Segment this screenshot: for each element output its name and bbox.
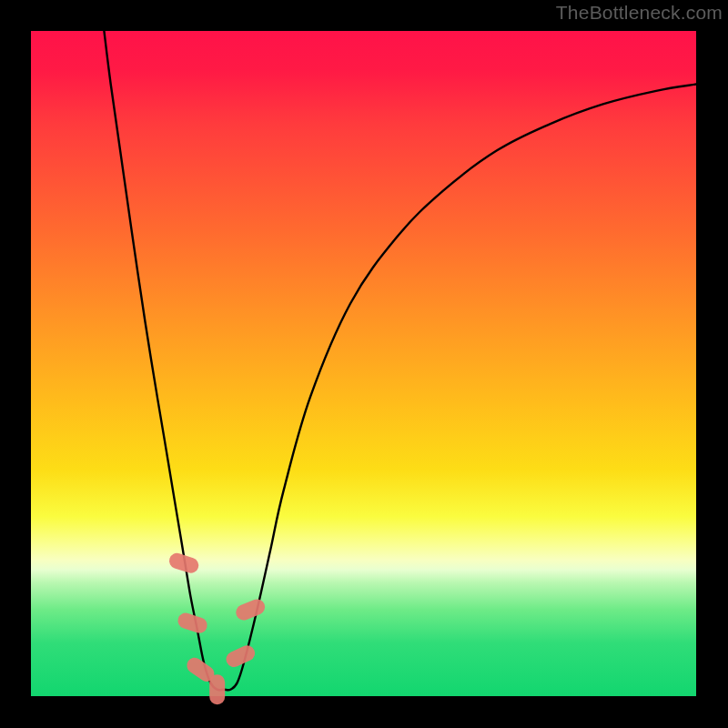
watermark-text: TheBottleneck.com — [556, 2, 723, 24]
chart-frame: TheBottleneck.com — [0, 0, 728, 728]
curve-marker — [209, 674, 225, 704]
curve-marker — [234, 597, 268, 622]
curve-marker — [224, 642, 258, 669]
chart-svg — [31, 31, 696, 696]
plot-area — [31, 31, 696, 696]
curve-marker — [176, 611, 209, 634]
curve-line — [104, 31, 696, 690]
